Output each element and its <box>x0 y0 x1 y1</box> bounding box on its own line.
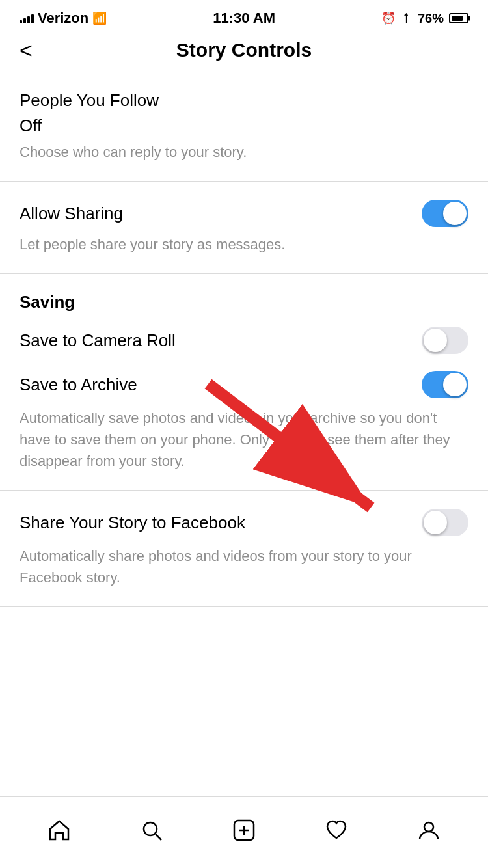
carrier-label: Verizon <box>38 10 88 27</box>
home-icon <box>47 819 71 847</box>
facebook-toggle[interactable] <box>422 509 468 536</box>
saving-section: Saving Save to Camera Roll Save to Archi… <box>0 274 488 491</box>
battery-percent: 76% <box>418 11 444 26</box>
reply-value: Off <box>20 116 468 136</box>
facebook-description: Automatically share photos and videos fr… <box>20 545 468 588</box>
battery-icon <box>449 13 468 23</box>
svg-line-3 <box>156 834 161 840</box>
camera-roll-toggle[interactable] <box>422 327 468 354</box>
status-right: ⏰ ⭡ 76% <box>381 11 468 26</box>
page-title: Story Controls <box>176 39 312 61</box>
status-time: 11:30 AM <box>213 10 275 27</box>
wifi-icon: 📶 <box>92 11 107 25</box>
nav-heart[interactable] <box>312 812 361 854</box>
reply-section: People You Follow Off Choose who can rep… <box>0 72 488 182</box>
allow-sharing-description: Let people share your story as messages. <box>20 234 468 255</box>
reply-description: Choose who can reply to your story. <box>20 141 468 163</box>
signal-icon <box>20 13 34 23</box>
profile-icon <box>417 819 441 847</box>
archive-toggle[interactable] <box>422 371 468 398</box>
archive-label: Save to Archive <box>20 375 137 395</box>
allow-sharing-row: Allow Sharing <box>20 200 468 227</box>
archive-description: Automatically save photos and videos in … <box>20 407 468 472</box>
nav-home[interactable] <box>34 812 84 854</box>
nav-header: < Story Controls <box>0 33 488 72</box>
search-icon <box>140 819 163 847</box>
allow-sharing-section: Allow Sharing Let people share your stor… <box>0 182 488 274</box>
facebook-section: Share Your Story to Facebook Automatical… <box>0 491 488 607</box>
add-icon <box>232 819 256 847</box>
camera-roll-label: Save to Camera Roll <box>20 331 176 351</box>
allow-sharing-label: Allow Sharing <box>20 204 123 224</box>
content: People You Follow Off Choose who can rep… <box>0 72 488 685</box>
camera-roll-row: Save to Camera Roll <box>20 327 468 354</box>
bottom-nav <box>0 796 488 868</box>
facebook-row: Share Your Story to Facebook <box>20 509 468 536</box>
nav-add[interactable] <box>219 812 269 854</box>
nav-profile[interactable] <box>404 812 454 854</box>
back-button[interactable]: < <box>20 38 33 63</box>
nav-search[interactable] <box>127 812 176 854</box>
alarm-icon: ⏰ <box>381 11 396 25</box>
archive-knob <box>443 373 467 396</box>
camera-roll-knob <box>424 329 447 352</box>
heart-icon <box>325 819 348 847</box>
facebook-knob <box>424 511 447 534</box>
saving-header: Saving <box>20 292 468 312</box>
bluetooth-icon: ⭡ <box>401 12 413 25</box>
allow-sharing-toggle[interactable] <box>422 200 468 227</box>
svg-point-2 <box>144 822 157 835</box>
reply-title: People You Follow <box>20 90 468 111</box>
status-left: Verizon 📶 <box>20 10 107 27</box>
status-bar: Verizon 📶 11:30 AM ⏰ ⭡ 76% <box>0 0 488 33</box>
facebook-label: Share Your Story to Facebook <box>20 511 245 534</box>
svg-point-7 <box>424 822 433 832</box>
archive-row: Save to Archive <box>20 371 468 398</box>
allow-sharing-knob <box>443 202 467 225</box>
